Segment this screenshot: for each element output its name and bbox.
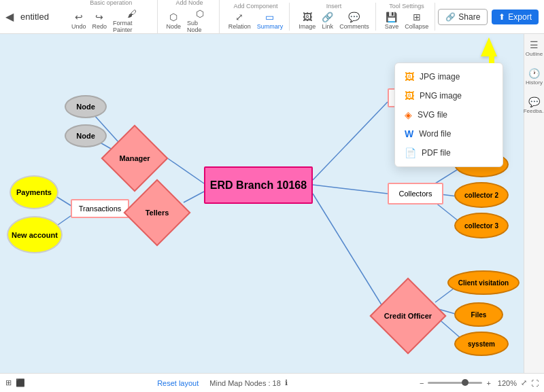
word-icon: W	[405, 128, 413, 139]
export-png-item[interactable]: 🖼 PNG image	[395, 86, 503, 105]
export-jpg-item[interactable]: 🖼 JPG image	[395, 67, 503, 86]
manager-diamond[interactable]: Manager	[107, 131, 162, 185]
tellers-diamond[interactable]: Tellers	[129, 185, 185, 240]
fit-screen-button[interactable]: ⤢	[521, 378, 527, 387]
export-label: Export	[508, 12, 532, 22]
node1-label: Node	[76, 103, 95, 111]
bottom-right: − + 120% ⤢ ⛶	[420, 378, 539, 387]
client-visitation-oval[interactable]: Client visitation	[447, 270, 520, 295]
sub-node-button[interactable]: ⬡Sub Node	[185, 7, 215, 34]
fullscreen-button[interactable]: ⛶	[531, 379, 539, 387]
toolbar-right: 🔗 Share ⬆ Export	[438, 9, 539, 25]
node1-oval[interactable]: Node	[65, 95, 107, 118]
main-area: Node Node Manager Payments Transactions …	[0, 34, 544, 373]
svg-line-12	[313, 194, 384, 309]
export-pdf-label: PDF file	[422, 148, 451, 158]
relation-button[interactable]: ⤢Relation	[226, 11, 253, 31]
right-sidebar: ☰ Outline 🕐 History 💬 Feedba..	[524, 34, 544, 373]
add-node-label: Add Node	[176, 0, 203, 6]
files-label: Files	[471, 311, 487, 319]
toolbar: ◀ entitled Basic operation ↩Undo ↪Redo 🖌…	[0, 0, 544, 34]
credit-officer-label: Credit Officer	[384, 312, 432, 320]
add-component-group: Add Component ⤢Relation ▭Summary	[222, 3, 290, 31]
zoom-bar	[428, 382, 482, 384]
erd-center-box[interactable]: ERD Branch 10168	[204, 166, 313, 204]
export-svg-item[interactable]: ◈ SVG file	[395, 105, 503, 124]
system-oval[interactable]: sysstem	[454, 332, 509, 356]
share-icon: 🔗	[445, 12, 456, 22]
history-button[interactable]: 🕐 History	[526, 68, 543, 86]
payments-label: Payments	[16, 188, 52, 196]
share-button[interactable]: 🔗 Share	[438, 9, 488, 25]
svg-line-7	[313, 102, 388, 180]
back-button[interactable]: ◀	[5, 10, 14, 23]
tool-settings-group: Tool Settings 💾Save ⊞Collapse	[379, 3, 436, 31]
diagram-canvas[interactable]: Node Node Manager Payments Transactions …	[0, 34, 524, 373]
history-icon: 🕐	[528, 68, 540, 79]
tool-settings-label: Tool Settings	[389, 3, 424, 10]
format-painter-button[interactable]: 🖌Format Painter	[111, 7, 153, 34]
app-title: entitled	[20, 12, 54, 22]
erd-center-label: ERD Branch 10168	[210, 179, 307, 192]
link-button[interactable]: 🔗Link	[320, 11, 335, 31]
redo-button[interactable]: ↪Redo	[90, 11, 109, 31]
files-oval[interactable]: Files	[454, 302, 503, 327]
grid-icon: ⊞	[5, 378, 12, 387]
system-label: sysstem	[468, 340, 495, 348]
outline-icon: ☰	[530, 39, 539, 50]
feedback-button[interactable]: 💬 Feedba..	[524, 96, 544, 114]
payments-oval[interactable]: Payments	[10, 175, 58, 209]
collectors-label: Collectors	[399, 190, 432, 198]
insert-group: Insert 🖼Image 🔗Link 💬Comments	[292, 3, 376, 31]
zoom-plus-button[interactable]: +	[486, 379, 490, 387]
export-word-label: Word file	[419, 129, 451, 139]
basic-operation-group: Basic operation ↩Undo ↪Redo 🖌Format Pain…	[65, 0, 158, 34]
transactions-label: Transactions	[79, 204, 122, 213]
new-account-oval[interactable]: New account	[7, 216, 63, 253]
reset-layout-button[interactable]: Reset layout	[157, 379, 199, 387]
collector2-oval[interactable]: collector 2	[454, 182, 509, 208]
png-icon: 🖼	[405, 90, 414, 101]
bottom-bar: ⊞ ⬛ Reset layout Mind Map Nodes : 18 ℹ −…	[0, 373, 544, 392]
export-word-item[interactable]: W Word file	[395, 124, 503, 143]
insert-label: Insert	[326, 3, 342, 10]
basic-operation-label: Basic operation	[90, 0, 132, 6]
add-node-group: Add Node ⬡Node ⬡Sub Node	[160, 0, 220, 34]
export-pdf-item[interactable]: 📄 PDF file	[395, 143, 503, 162]
comments-button[interactable]: 💬Comments	[337, 11, 371, 31]
node-button[interactable]: ⬡Node	[165, 11, 184, 31]
export-button[interactable]: ⬆ Export	[492, 10, 539, 24]
info-icon: ℹ	[285, 378, 288, 387]
svg-line-8	[313, 185, 388, 194]
node2-oval[interactable]: Node	[65, 124, 107, 147]
image-button[interactable]: 🖼Image	[296, 11, 318, 31]
node2-label: Node	[76, 132, 95, 140]
transactions-rect[interactable]: Transactions	[71, 199, 129, 218]
client-visitation-label: Client visitation	[458, 279, 509, 287]
export-png-label: PNG image	[420, 91, 462, 101]
jpg-icon: 🖼	[405, 71, 414, 82]
export-jpg-label: JPG image	[420, 72, 460, 82]
zoom-label: 120%	[498, 379, 517, 387]
export-dropdown: 🖼 JPG image 🖼 PNG image ◈ SVG file W Wor…	[394, 63, 503, 167]
export-svg-label: SVG file	[418, 110, 447, 120]
svg-icon: ◈	[405, 109, 412, 120]
collector2-label: collector 2	[464, 192, 498, 199]
save-button[interactable]: 💾Save	[383, 11, 401, 31]
collectors-rect[interactable]: Collectors	[388, 183, 443, 204]
summary-button[interactable]: ▭Summary	[255, 11, 286, 31]
collector3-label: collector 3	[464, 222, 498, 230]
nodes-count-label: Mind Map Nodes : 18	[209, 379, 281, 387]
collector3-oval[interactable]: collector 3	[454, 213, 509, 238]
collapse-button[interactable]: ⊞Collapse	[403, 11, 430, 31]
svg-line-6	[184, 192, 204, 202]
undo-button[interactable]: ↩Undo	[69, 11, 88, 31]
zoom-minus-button[interactable]: −	[420, 379, 424, 387]
credit-officer-diamond[interactable]: Credit Officer	[377, 285, 439, 346]
pdf-icon: 📄	[405, 147, 416, 158]
manager-label: Manager	[119, 154, 150, 162]
export-icon: ⬆	[498, 12, 505, 22]
outline-button[interactable]: ☰ Outline	[526, 39, 543, 57]
square-icon: ⬛	[16, 378, 25, 387]
bottom-left: ⊞ ⬛	[5, 378, 25, 387]
